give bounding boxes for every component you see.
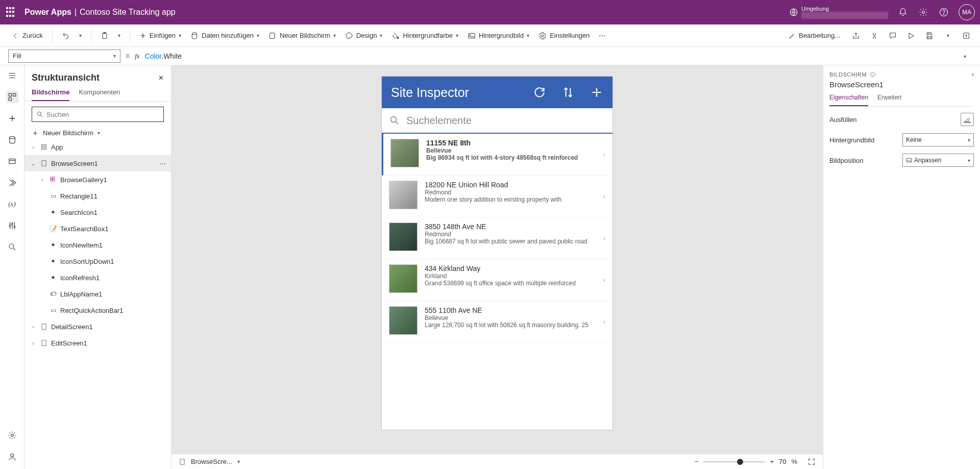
- settings-icon[interactable]: [918, 7, 929, 18]
- checker-icon[interactable]: [869, 30, 880, 41]
- design-button[interactable]: Design▾: [342, 30, 385, 42]
- data-icon: [190, 32, 199, 40]
- publish-icon[interactable]: [961, 30, 972, 41]
- tree-node-browsescreen[interactable]: ⌄ BrowseScreen1 ⋯: [24, 155, 171, 171]
- zoom-in[interactable]: +: [770, 458, 774, 465]
- info-icon[interactable]: [870, 71, 876, 78]
- user-avatar[interactable]: MA: [959, 4, 975, 20]
- settings-rail-icon[interactable]: [6, 429, 18, 441]
- tree-view-icon[interactable]: [6, 91, 18, 103]
- chevron-right-icon[interactable]: ›: [972, 70, 974, 78]
- property-selector[interactable]: Fill▾: [8, 50, 120, 63]
- tools-rail-icon[interactable]: [6, 219, 18, 232]
- svg-point-20: [9, 244, 14, 249]
- sort-icon[interactable]: [561, 86, 575, 99]
- list-item[interactable]: 3850 148th Ave NE Redmond Big 106687 sq …: [382, 217, 612, 259]
- tree-node[interactable]: 📝TextSearchBox1: [24, 220, 171, 237]
- refresh-icon[interactable]: [533, 86, 546, 99]
- zoom-pct: %: [791, 458, 797, 465]
- more-icon[interactable]: ⋯: [159, 160, 166, 167]
- search-rail-icon[interactable]: [6, 241, 18, 253]
- preview-icon[interactable]: [905, 30, 917, 41]
- overflow-button[interactable]: ⋯: [596, 30, 608, 41]
- breadcrumb-chevron[interactable]: ▾: [237, 459, 240, 464]
- fill-color-button[interactable]: [961, 113, 974, 126]
- svg-point-3: [943, 14, 944, 14]
- tree-node[interactable]: ✦IconRefresh1: [24, 269, 171, 286]
- comments-icon[interactable]: [887, 30, 898, 41]
- add-icon[interactable]: [590, 86, 603, 99]
- media-rail-icon[interactable]: [6, 155, 18, 167]
- list-item[interactable]: 555 110th Ave NE Bellevue Large 128,700 …: [382, 301, 612, 343]
- settings-button[interactable]: Einstellungen: [535, 30, 593, 42]
- tree-node[interactable]: ✦IconSortUpDown1: [24, 253, 171, 269]
- canvas-area[interactable]: Site Inspector Suchelemente 11155 NE 8th…: [172, 65, 823, 469]
- notifications-icon[interactable]: [897, 7, 909, 18]
- hamburger-icon[interactable]: [6, 69, 18, 82]
- tree-node-gallery[interactable]: › BrowseGallery1: [24, 171, 171, 188]
- chevron-right-icon: ›: [603, 276, 605, 284]
- search-box[interactable]: Suchelemente: [382, 108, 612, 134]
- list-item[interactable]: 18200 NE Union Hill Road Redmond Modern …: [382, 176, 612, 217]
- data-rail-icon[interactable]: [6, 134, 18, 146]
- tab-screens[interactable]: Bildschirme: [32, 88, 69, 101]
- tab-components[interactable]: Komponenten: [79, 88, 120, 101]
- tree-search-input[interactable]: [46, 111, 159, 118]
- svg-rect-14: [13, 93, 15, 96]
- search-icon: [389, 115, 400, 126]
- tree-node[interactable]: ▭Rectangle11: [24, 188, 171, 204]
- bg-image-dropdown[interactable]: Keine▾: [902, 133, 974, 146]
- close-icon[interactable]: ✕: [158, 74, 164, 82]
- screen-icon: [268, 32, 277, 40]
- bg-image-button[interactable]: Hintergrundbild▾: [464, 30, 532, 42]
- help-icon[interactable]: [938, 7, 949, 18]
- undo-button[interactable]: [59, 30, 73, 42]
- tree-node-app[interactable]: › App: [24, 139, 171, 155]
- editing-button[interactable]: Bearbeitung...: [786, 30, 843, 41]
- item-city: Redmond: [425, 189, 596, 196]
- zoom-out[interactable]: −: [695, 458, 699, 465]
- svg-rect-36: [180, 459, 184, 464]
- tree-node[interactable]: ✦SearchIcon1: [24, 204, 171, 220]
- tree-node-detail[interactable]: › DetailScreen1: [24, 318, 171, 335]
- virtual-agent-icon[interactable]: [6, 451, 18, 463]
- svg-rect-30: [53, 177, 55, 179]
- insert-rail-icon[interactable]: [6, 112, 18, 125]
- chevron-right-icon: ›: [603, 234, 605, 242]
- svg-point-21: [11, 434, 13, 437]
- waffle-icon[interactable]: [5, 6, 17, 18]
- bg-color-button[interactable]: Hintergrundfarbe▾: [388, 30, 461, 42]
- tree-node[interactable]: ✦IconNewItem1: [24, 237, 171, 253]
- save-split[interactable]: ▾: [942, 30, 953, 41]
- add-data-button[interactable]: Daten hinzufügen▾: [187, 30, 262, 42]
- insert-button[interactable]: Einfügen▾: [136, 30, 184, 41]
- paste-button[interactable]: [97, 30, 112, 42]
- save-icon[interactable]: [924, 30, 935, 41]
- power-automate-icon[interactable]: [6, 177, 18, 189]
- tab-advanced[interactable]: Erweitert: [877, 94, 901, 106]
- fit-icon[interactable]: [807, 458, 816, 466]
- tab-properties[interactable]: Eigenschaften: [829, 94, 868, 106]
- environment-selector[interactable]: Umgebung: [789, 6, 888, 19]
- list-item[interactable]: 434 Kirkland Way Kirkland Grand 538699 s…: [382, 259, 612, 301]
- zoom-slider[interactable]: [703, 461, 765, 462]
- tree-node-edit[interactable]: › EditScreen1: [24, 335, 171, 351]
- new-screen-button[interactable]: Neuer Bildschirm▾: [265, 30, 339, 42]
- formula-input[interactable]: Color.White: [145, 52, 952, 60]
- new-screen-link[interactable]: Neuer Bildschirm▾: [24, 127, 171, 139]
- tree-node[interactable]: ▭RectQuickActionBar1: [24, 302, 171, 318]
- paste-split[interactable]: ▾: [115, 31, 124, 40]
- undo-split[interactable]: ▾: [76, 31, 85, 40]
- svg-rect-38: [964, 122, 970, 123]
- formula-expand[interactable]: ▾: [958, 52, 972, 60]
- share-icon[interactable]: [850, 30, 862, 41]
- tree-search[interactable]: [32, 107, 164, 122]
- svg-rect-26: [41, 147, 43, 150]
- variables-icon[interactable]: (x): [6, 198, 18, 210]
- back-button[interactable]: Zurück: [8, 30, 46, 42]
- breadcrumb-label[interactable]: BrowseScre...: [191, 458, 232, 465]
- img-pos-dropdown[interactable]: Anpassen ▾: [902, 154, 974, 167]
- thumbnail: [389, 181, 418, 209]
- list-item[interactable]: 11155 NE 8th Bellevue Big 86934 sq ft lo…: [382, 134, 612, 176]
- tree-node[interactable]: 🏷LblAppName1: [24, 286, 171, 302]
